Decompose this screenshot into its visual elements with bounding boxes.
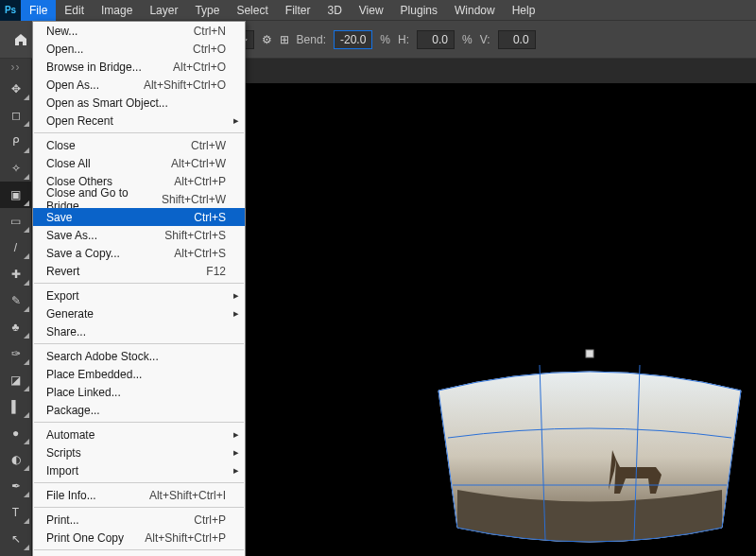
menu-item-close[interactable]: CloseCtrl+W <box>33 136 245 154</box>
eyedropper-tool[interactable]: / <box>0 235 31 261</box>
blur-tool[interactable]: ● <box>0 420 31 446</box>
menu-layer[interactable]: Layer <box>141 0 186 21</box>
menu-item-label: Revert <box>46 265 79 278</box>
brush-tool[interactable]: ✎ <box>0 287 31 314</box>
wand-tool[interactable]: ✧ <box>0 155 31 182</box>
menu-item-share[interactable]: Share... <box>33 322 245 340</box>
menu-item-label: Place Linked... <box>46 386 121 399</box>
history-brush-tool[interactable]: ✑ <box>0 340 31 367</box>
menu-item-save-as[interactable]: Save As...Shift+Ctrl+S <box>33 226 245 244</box>
menu-item-label: Save a Copy... <box>46 247 120 260</box>
menu-item-label: Open Recent <box>46 114 113 128</box>
menu-item-shortcut: Alt+Ctrl+S <box>174 247 226 260</box>
toolbox-handle[interactable]: ›› <box>0 59 31 76</box>
menu-item-shortcut: Shift+Ctrl+S <box>164 229 226 242</box>
bend-label: Bend: <box>297 33 326 46</box>
menu-item-generate[interactable]: Generate <box>33 304 245 322</box>
h-input[interactable]: 0.0 <box>417 30 455 49</box>
menu-select[interactable]: Select <box>228 0 276 21</box>
menu-item-label: Close All <box>46 157 91 170</box>
menu-item-label: Close <box>46 139 76 152</box>
h-label: H: <box>398 33 409 46</box>
menu-edit[interactable]: Edit <box>56 0 93 21</box>
menu-item-open[interactable]: Open...Ctrl+O <box>33 40 245 58</box>
gradient-tool[interactable]: ▌ <box>0 393 31 420</box>
stamp-tool[interactable]: ♣ <box>0 314 31 340</box>
menu-item-print-one-copy[interactable]: Print One CopyAlt+Shift+Ctrl+P <box>33 529 245 547</box>
file-menu: New...Ctrl+NOpen...Ctrl+OBrowse in Bridg… <box>32 21 246 556</box>
menu-item-shortcut: Alt+Ctrl+W <box>171 157 226 170</box>
menu-item-export[interactable]: Export <box>33 287 245 304</box>
menu-item-label: File Info... <box>46 489 96 502</box>
menu-item-place-embedded[interactable]: Place Embedded... <box>33 365 245 383</box>
menu-item-package[interactable]: Package... <box>33 401 245 419</box>
menu-item-label: Place Embedded... <box>46 368 142 381</box>
pen-tool[interactable]: ✒ <box>0 473 31 499</box>
menu-item-search-adobe-stock[interactable]: Search Adobe Stock... <box>33 347 245 365</box>
orientation-icon[interactable]: ⊞ <box>280 33 289 46</box>
home-button[interactable] <box>8 26 34 53</box>
menu-window[interactable]: Window <box>446 0 504 21</box>
move-tool[interactable]: ✥ <box>0 76 31 102</box>
menu-item-label: Automate <box>46 428 94 442</box>
menu-item-shortcut: Ctrl+N <box>194 25 226 38</box>
bend-input[interactable]: -20.0 <box>334 30 372 49</box>
ps-logo: Ps <box>0 0 21 21</box>
dodge-tool[interactable]: ◐ <box>0 446 31 473</box>
menu-help[interactable]: Help <box>504 0 544 21</box>
eraser-tool[interactable]: ◪ <box>0 367 31 393</box>
menu-item-shortcut: Alt+Shift+Ctrl+O <box>144 78 226 92</box>
menu-item-save-a-copy[interactable]: Save a Copy...Alt+Ctrl+S <box>33 244 245 262</box>
menu-file[interactable]: File <box>21 0 56 21</box>
menubar: Ps FileEditImageLayerTypeSelectFilter3DV… <box>0 0 756 21</box>
shape-tool[interactable]: ▢ <box>0 552 31 556</box>
crop-tool[interactable]: ▣ <box>0 182 31 208</box>
menu-item-label: Print... <box>46 513 79 527</box>
menu-view[interactable]: View <box>351 0 392 21</box>
menu-item-open-as-smart-object[interactable]: Open as Smart Object... <box>33 94 245 112</box>
v-input[interactable]: 0.0 <box>498 30 536 49</box>
menu-item-label: Import <box>46 464 78 478</box>
home-icon <box>13 32 28 47</box>
menu-item-scripts[interactable]: Scripts <box>33 443 245 461</box>
menu-item-browse-in-bridge[interactable]: Browse in Bridge...Alt+Ctrl+O <box>33 58 245 76</box>
menu-item-print[interactable]: Print...Ctrl+P <box>33 511 245 529</box>
marquee-tool[interactable]: ◻ <box>0 102 31 129</box>
warp-options-icon[interactable]: ⚙ <box>262 33 272 46</box>
menu-item-close-and-go-to-bridge[interactable]: Close and Go to Bridge...Shift+Ctrl+W <box>33 190 245 208</box>
lasso-tool[interactable]: ᑭ <box>0 129 31 155</box>
menu-item-label: Generate <box>46 307 94 321</box>
menu-item-place-linked[interactable]: Place Linked... <box>33 383 245 401</box>
healing-tool[interactable]: ✚ <box>0 261 31 287</box>
menu-item-label: Open As... <box>46 78 99 92</box>
menu-item-revert[interactable]: RevertF12 <box>33 262 245 280</box>
menu-item-shortcut: Alt+Ctrl+O <box>173 61 226 74</box>
menu-item-file-info[interactable]: File Info...Alt+Shift+Ctrl+I <box>33 486 245 504</box>
menu-item-automate[interactable]: Automate <box>33 426 245 443</box>
menu-item-label: Print One Copy <box>46 531 124 545</box>
menu-item-label: Save <box>46 211 72 224</box>
menu-type[interactable]: Type <box>186 0 228 21</box>
menu-item-label: Open as Smart Object... <box>46 96 168 110</box>
type-tool[interactable]: T <box>0 499 31 526</box>
frame-tool[interactable]: ▭ <box>0 208 31 235</box>
menu-item-save[interactable]: SaveCtrl+S <box>33 208 245 226</box>
menu-item-shortcut: Ctrl+W <box>191 139 226 152</box>
menu-item-new[interactable]: New...Ctrl+N <box>33 22 245 40</box>
menu-image[interactable]: Image <box>93 0 141 21</box>
menu-item-shortcut: Alt+Shift+Ctrl+P <box>145 531 226 545</box>
menu-item-close-all[interactable]: Close AllAlt+Ctrl+W <box>33 154 245 172</box>
warped-image[interactable] <box>429 348 750 556</box>
menu-3d[interactable]: 3D <box>318 0 350 21</box>
path-tool[interactable]: ↖ <box>0 526 31 552</box>
pct-2: % <box>462 33 472 46</box>
menu-item-import[interactable]: Import <box>33 461 245 479</box>
v-label: V: <box>480 33 490 46</box>
menu-item-label: Scripts <box>46 446 81 460</box>
menu-plugins[interactable]: Plugins <box>392 0 446 21</box>
menu-item-label: Search Adobe Stock... <box>46 350 159 363</box>
menu-filter[interactable]: Filter <box>277 0 319 21</box>
menu-item-open-recent[interactable]: Open Recent <box>33 112 245 130</box>
menu-item-label: Share... <box>46 325 86 339</box>
menu-item-open-as[interactable]: Open As...Alt+Shift+Ctrl+O <box>33 76 245 94</box>
